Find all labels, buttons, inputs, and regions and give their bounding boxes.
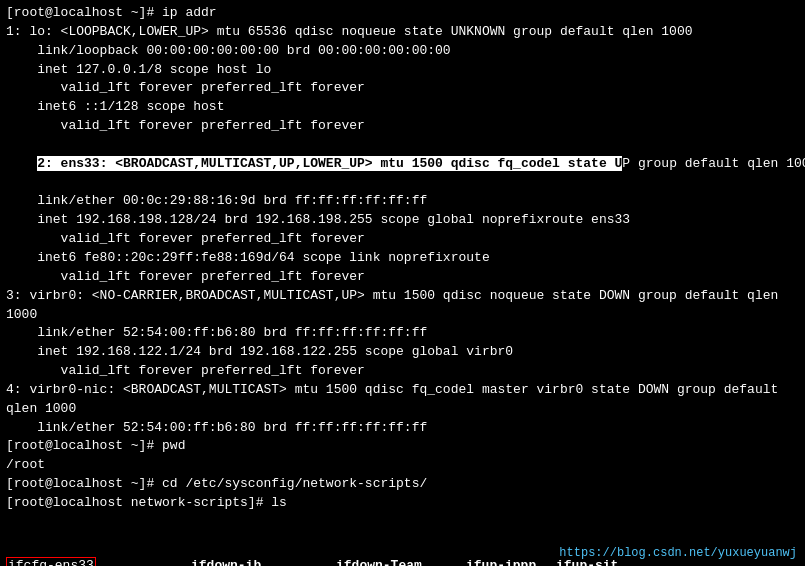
- line-6: inet6 ::1/128 scope host: [6, 98, 799, 117]
- line-23: [root@localhost ~]# cd /etc/sysconfig/ne…: [6, 475, 799, 494]
- line-20: link/ether 52:54:00:ff:b6:80 brd ff:ff:f…: [6, 419, 799, 438]
- ls-cell-ifcfg-ens33: ifcfg-ens33: [6, 558, 191, 566]
- line-12: inet6 fe80::20c:29ff:fe88:169d/64 scope …: [6, 249, 799, 268]
- line-21: [root@localhost ~]# pwd: [6, 437, 799, 456]
- terminal: [root@localhost ~]# ip addr 1: lo: <LOOP…: [0, 0, 805, 566]
- ls-cell-ifdown-team: ifdown-Team: [336, 558, 466, 566]
- line-18: 4: virbr0-nic: <BROADCAST,MULTICAST> mtu…: [6, 381, 799, 400]
- line-10: inet 192.168.198.128/24 brd 192.168.198.…: [6, 211, 799, 230]
- line-5: valid_lft forever preferred_lft forever: [6, 79, 799, 98]
- highlight-ens33-line: 2: ens33: <BROADCAST,MULTICAST,UP,LOWER_…: [37, 156, 622, 171]
- line-14: 3: virbr0: <NO-CARRIER,BROADCAST,MULTICA…: [6, 287, 799, 306]
- line-14b: 1000: [6, 306, 799, 325]
- line-8: 2: ens33: <BROADCAST,MULTICAST,UP,LOWER_…: [6, 136, 799, 193]
- line-22: /root: [6, 456, 799, 475]
- ls-cell-ifup-ippp: ifup-ippp: [466, 558, 556, 566]
- line-19: qlen 1000: [6, 400, 799, 419]
- line-9: link/ether 00:0c:29:88:16:9d brd ff:ff:f…: [6, 192, 799, 211]
- ls-cell-ifdown-ib: ifdown-ib: [191, 558, 336, 566]
- line-16: inet 192.168.122.1/24 brd 192.168.122.25…: [6, 343, 799, 362]
- line-4: inet 127.0.0.1/8 scope host lo: [6, 61, 799, 80]
- line-1: [root@localhost ~]# ip addr: [6, 4, 799, 23]
- line-11: valid_lft forever preferred_lft forever: [6, 230, 799, 249]
- line-24: [root@localhost network-scripts]# ls: [6, 494, 799, 513]
- line-3: link/loopback 00:00:00:00:00:00 brd 00:0…: [6, 42, 799, 61]
- blog-link[interactable]: https://blog.csdn.net/yuxueyuanwj: [559, 546, 797, 560]
- line-2: 1: lo: <LOOPBACK,LOWER_UP> mtu 65536 qdi…: [6, 23, 799, 42]
- line-7: valid_lft forever preferred_lft forever: [6, 117, 799, 136]
- line-15: link/ether 52:54:00:ff:b6:80 brd ff:ff:f…: [6, 324, 799, 343]
- line-13: valid_lft forever preferred_lft forever: [6, 268, 799, 287]
- line-17: valid_lft forever preferred_lft forever: [6, 362, 799, 381]
